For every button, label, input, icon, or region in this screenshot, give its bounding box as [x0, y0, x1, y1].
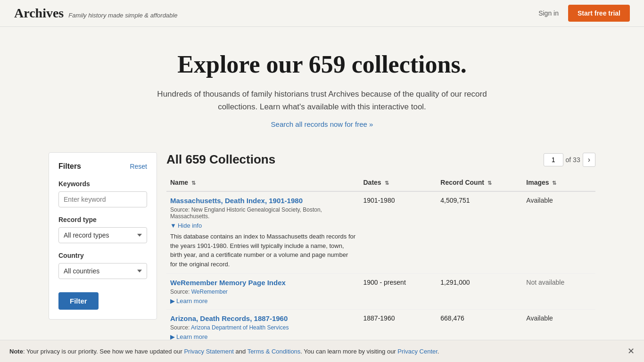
logo-area: Archives Family history made simple & af…: [14, 6, 177, 21]
triangle-right-icon: ▶: [170, 297, 175, 304]
collection-link-2[interactable]: WeRemember Memory Page Index: [170, 279, 356, 287]
col-header-images: Images ⇅: [522, 174, 595, 191]
next-page-button[interactable]: ›: [583, 153, 595, 167]
source-text-1: Source: New England Historic Genealogica…: [170, 206, 356, 220]
hero-description: Hundreds of thousands of family historia…: [157, 88, 487, 113]
collections-area: All 659 Collections of 33 › Name ⇅ Dates…: [166, 152, 595, 346]
main-content: Filters Reset Keywords Record type All r…: [39, 152, 605, 346]
count-sort-icon[interactable]: ⇅: [487, 180, 492, 186]
images-sort-icon[interactable]: ⇅: [552, 180, 556, 186]
reset-link[interactable]: Reset: [130, 163, 147, 170]
table-row: Massachusetts, Death Index, 1901-1980 So…: [166, 191, 595, 274]
col-header-name: Name ⇅: [166, 174, 360, 191]
filters-header: Filters Reset: [58, 162, 147, 171]
table-row: WeRemember Memory Page Index Source: WeR…: [166, 274, 595, 310]
filters-panel: Filters Reset Keywords Record type All r…: [49, 152, 157, 320]
terms-link[interactable]: Terms & Conditions: [248, 348, 301, 355]
hero-title: Explore our 659 collections.: [9, 50, 635, 78]
page-total: of 33: [566, 156, 580, 164]
logo-tagline: Family history made simple & affordable: [68, 12, 177, 19]
collection-link-3[interactable]: Arizona, Death Records, 1887-1960: [170, 314, 356, 322]
collections-title: All 659 Collections: [166, 152, 275, 167]
triangle-down-icon: ▼: [170, 222, 176, 229]
sign-in-link[interactable]: Sign in: [538, 9, 559, 17]
privacy-close-button[interactable]: ✕: [627, 346, 635, 355]
dates-cell-1: 1901-1980: [360, 191, 437, 274]
name-sort-icon[interactable]: ⇅: [191, 180, 196, 186]
col-header-count: Record Count ⇅: [437, 174, 522, 191]
site-header: Archives Family history made simple & af…: [0, 0, 644, 27]
images-cell-1: Available: [522, 191, 595, 274]
collection-link-1[interactable]: Massachusetts, Death Index, 1901-1980: [170, 197, 356, 205]
table-header: Name ⇅ Dates ⇅ Record Count ⇅ Images ⇅: [166, 174, 595, 191]
hero-section: Explore our 659 collections. Hundreds of…: [0, 27, 644, 143]
keywords-input[interactable]: [58, 191, 147, 207]
source-text-2: Source: WeRemember: [170, 288, 356, 295]
country-section: Country All countries: [58, 252, 147, 279]
record-type-label: Record type: [58, 216, 147, 223]
hide-info-label: Hide info: [178, 222, 202, 229]
filter-button[interactable]: Filter: [58, 292, 99, 310]
learn-more-link-2[interactable]: ▶ Learn more: [170, 297, 207, 304]
privacy-bar-text: Note: Your privacy is our priority. See …: [9, 348, 439, 355]
source-link-3[interactable]: Arizona Department of Health Services: [191, 324, 289, 331]
dates-sort-icon[interactable]: ⇅: [385, 180, 389, 186]
privacy-center-link[interactable]: Privacy Center: [397, 348, 438, 355]
country-select[interactable]: All countries: [58, 263, 147, 279]
dates-cell-2: 1900 - present: [360, 274, 437, 310]
hide-info-link-1[interactable]: ▼ Hide info: [170, 222, 202, 229]
start-trial-button[interactable]: Start free trial: [568, 5, 630, 22]
table-body: Massachusetts, Death Index, 1901-1980 So…: [166, 191, 595, 346]
pagination: of 33 ›: [544, 153, 595, 167]
source-text-3: Source: Arizona Department of Health Ser…: [170, 324, 356, 331]
search-all-link[interactable]: Search all records now for free »: [271, 120, 373, 128]
country-label: Country: [58, 252, 147, 259]
header-actions: Sign in Start free trial: [538, 5, 630, 22]
col-header-dates: Dates ⇅: [360, 174, 437, 191]
count-cell-2: 1,291,000: [437, 274, 522, 310]
collections-table: Name ⇅ Dates ⇅ Record Count ⇅ Images ⇅: [166, 174, 595, 346]
collections-header: All 659 Collections of 33 ›: [166, 152, 595, 167]
page-number-input[interactable]: [544, 153, 563, 166]
images-cell-2: Not available: [522, 274, 595, 310]
privacy-bar: Note: Your privacy is our priority. See …: [0, 340, 644, 355]
record-type-section: Record type All record types: [58, 216, 147, 243]
keywords-section: Keywords: [58, 180, 147, 207]
filters-title: Filters: [58, 162, 81, 171]
keywords-label: Keywords: [58, 180, 147, 188]
record-type-select[interactable]: All record types: [58, 227, 147, 243]
privacy-statement-link[interactable]: Privacy Statement: [184, 348, 234, 355]
logo: Archives: [14, 6, 64, 21]
count-cell-1: 4,509,751: [437, 191, 522, 274]
privacy-note-label: Note: [9, 348, 23, 355]
learn-more-label: Learn more: [176, 297, 207, 304]
info-text-1: This database contains an index to Massa…: [170, 232, 356, 269]
source-link-2[interactable]: WeRemember: [191, 288, 228, 295]
